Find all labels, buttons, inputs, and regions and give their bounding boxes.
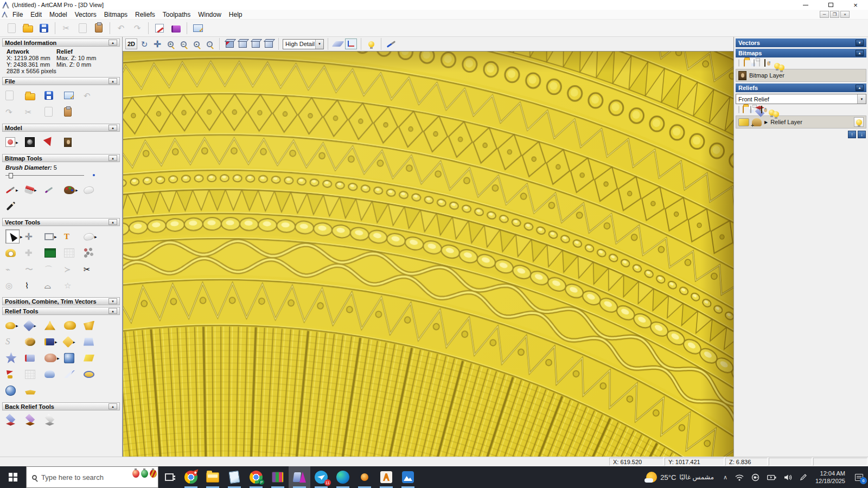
create-rectangle-tool[interactable]: ▶ [44, 228, 64, 245]
detail-dropdown[interactable]: High Detail ▼ [283, 39, 324, 49]
notes-button[interactable] [151, 21, 168, 35]
taskbar-autodesk[interactable] [375, 466, 397, 488]
move-layer-down-button[interactable]: ↓ [858, 131, 866, 138]
undo-tool[interactable]: ↶ [84, 87, 103, 104]
sculpting-tool[interactable] [64, 350, 84, 366]
collapse-button[interactable]: ▲ [108, 219, 117, 225]
iso-view-4-button[interactable] [263, 38, 275, 49]
menu-reliefs[interactable]: Reliefs [131, 10, 159, 19]
iso-view-1-button[interactable] [224, 38, 235, 49]
create-arc-tool[interactable]: ⌓ [44, 277, 64, 293]
model-information-header[interactable]: Model Information ▲ [2, 38, 120, 47]
zoom-fit-button[interactable]: ▫ [203, 38, 215, 49]
collapse-button[interactable]: ▲ [108, 125, 117, 131]
two-rail-sweep-tool[interactable] [84, 317, 103, 333]
start-button[interactable] [0, 466, 26, 488]
notification-center[interactable]: 6 [850, 466, 868, 488]
wrap-relief-tool[interactable] [25, 350, 44, 366]
redo-button[interactable]: ↷ [129, 21, 145, 35]
vectors-header[interactable]: Vectors ▼ [736, 38, 866, 47]
redo-tool[interactable]: ↷ [5, 104, 25, 120]
tray-expand-chevron[interactable]: ∧ [719, 466, 731, 488]
relief-canvas[interactable] [123, 52, 733, 478]
distort-vectors-tool[interactable] [64, 245, 84, 261]
expand-arrow-icon[interactable]: ▶ [764, 120, 768, 125]
colour-picker-tool[interactable] [44, 182, 64, 198]
weather-widget[interactable]: 25°C مشمس غالبًا [641, 472, 719, 483]
close-button[interactable]: × [843, 0, 868, 10]
back-relief-tools-header[interactable]: Back Relief Tools ▲ [2, 402, 120, 410]
menu-model[interactable]: Model [46, 10, 71, 19]
iso-view-3-button[interactable] [250, 38, 261, 49]
pen-indicator[interactable] [796, 466, 811, 488]
relief-layer-row[interactable]: ▶ Relief Layer [736, 115, 866, 129]
2d-view-button[interactable]: 2D [125, 38, 137, 49]
create-ring-tool[interactable]: ◎ [5, 277, 25, 293]
minimize-button[interactable] [793, 0, 818, 10]
slider-thumb[interactable] [9, 173, 13, 178]
bitmap-layer-row[interactable]: Bitmap Layer [736, 69, 866, 82]
relief-tools-header[interactable]: Relief Tools ▲ [2, 307, 120, 315]
star-relief-tool[interactable] [5, 350, 25, 366]
battery-indicator[interactable] [763, 466, 780, 488]
open-model-tool[interactable] [25, 87, 44, 104]
mdi-close-button[interactable]: × [840, 11, 850, 18]
texture-relief-tool[interactable] [25, 333, 44, 350]
clock-widget[interactable]: 12:04 AM 12/18/2025 [811, 470, 850, 485]
menu-vectors[interactable]: Vectors [71, 10, 100, 19]
back-relief-tool-1[interactable] [5, 413, 25, 429]
copy-tool[interactable] [44, 104, 64, 120]
collapse-button[interactable]: ▲ [108, 40, 117, 46]
zoom-in-button[interactable]: + [164, 38, 176, 49]
expand-button[interactable]: ▼ [108, 298, 117, 304]
texture-sphere-tool[interactable] [5, 382, 25, 399]
collapse-button[interactable]: ▲ [856, 85, 864, 91]
menu-edit[interactable]: Edit [27, 10, 46, 19]
mdi-restore-button[interactable]: ❒ [830, 11, 839, 18]
paste-along-curve-tool[interactable] [84, 245, 103, 261]
collapse-button[interactable]: ▲ [108, 403, 117, 409]
transform-vectors-tool[interactable]: ✛ [25, 228, 44, 245]
taskbar-telegram[interactable]: 11 [310, 466, 332, 488]
menu-window[interactable]: Window [194, 10, 225, 19]
relief-select[interactable]: Front Relief ▼ [736, 94, 866, 104]
create-star-tool[interactable]: ☆ [64, 277, 84, 293]
interactive-distortion-tool[interactable] [25, 382, 44, 399]
load-image-tool[interactable] [64, 134, 84, 150]
open-model-button[interactable] [20, 21, 36, 35]
create-text-tool[interactable]: T [64, 228, 84, 245]
palette-tool[interactable]: ▶ [64, 182, 84, 198]
bitmap-tools-header[interactable]: Bitmap Tools ▲ [2, 154, 120, 162]
taskbar-edge[interactable] [332, 466, 354, 488]
zoom-previous-button[interactable]: • [190, 38, 202, 49]
zoom-out-button[interactable]: − [177, 38, 189, 49]
new-model-tool[interactable] [5, 87, 25, 104]
fit-polyline-tool[interactable]: 〜 [25, 261, 44, 277]
bitmap-image-button[interactable] [764, 60, 765, 66]
spin-tool[interactable] [64, 317, 84, 333]
invert-relief-button[interactable] [761, 106, 762, 113]
measure-tool[interactable] [5, 245, 25, 261]
menu-bitmaps[interactable]: Bitmaps [100, 10, 131, 19]
extrude-tool[interactable] [44, 317, 64, 333]
lighting-tool[interactable] [44, 134, 64, 150]
taskbar-winrar[interactable] [267, 466, 289, 488]
save-model-button[interactable] [36, 21, 52, 35]
chisel-tool[interactable] [64, 366, 84, 382]
smooth-dome-tool[interactable] [44, 366, 64, 382]
position-combine-trim-header[interactable]: Position, Combine, Trim Vectors ▼ [2, 297, 120, 305]
new-model-button[interactable] [3, 21, 20, 35]
adjust-greyscale-tool[interactable] [25, 134, 44, 150]
paste-text-tool[interactable] [44, 245, 64, 261]
shape-editor-tool[interactable]: ▶ [64, 333, 84, 350]
zero-plane-tool[interactable]: ▶ [25, 317, 44, 333]
back-relief-tool-3[interactable] [44, 413, 64, 429]
task-view-icon[interactable] [165, 473, 174, 481]
paste-button[interactable] [91, 21, 107, 35]
arrow-vector-tool[interactable]: ≻ [64, 261, 84, 277]
vector-tools-header[interactable]: Vector Tools ▲ [2, 218, 120, 226]
taskbar-chrome-profile[interactable]: P [245, 466, 267, 488]
lighting-button[interactable] [365, 38, 377, 49]
isolate-relief-tool[interactable] [5, 366, 25, 382]
new-relief-layer-button[interactable] [738, 106, 739, 113]
